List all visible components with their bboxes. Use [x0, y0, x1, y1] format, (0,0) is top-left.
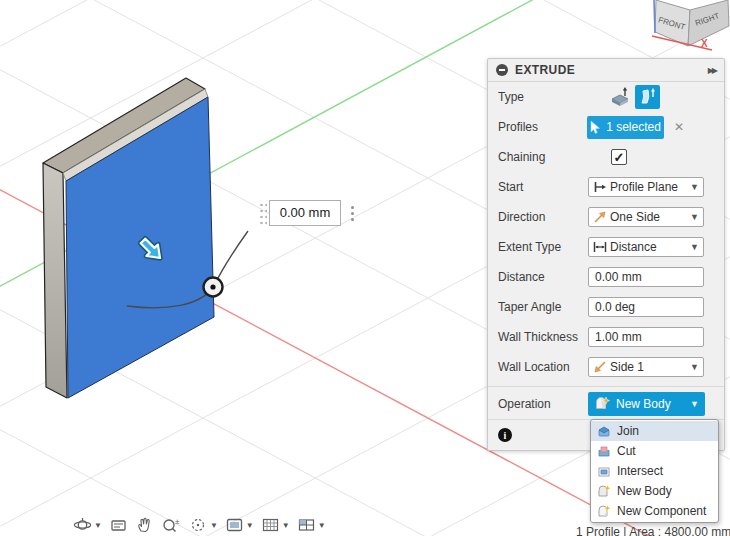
chaining-row: Chaining ✓ [488, 142, 724, 172]
cursor-icon [590, 121, 601, 134]
viewcube-x-axis-label: X [701, 38, 708, 49]
wall-location-dropdown[interactable]: Side 1 ▼ [588, 357, 704, 377]
distance-input[interactable]: 0.00 mm [588, 267, 704, 287]
wall-location-value: Side 1 [607, 360, 690, 374]
look-at-icon [109, 516, 128, 534]
profiles-label: Profiles [488, 120, 588, 134]
new-body-icon [594, 396, 610, 412]
chevron-down-icon: ▼ [282, 521, 290, 530]
chevron-down-icon: ▼ [94, 521, 102, 530]
pan-button[interactable] [134, 515, 155, 535]
solid-extrude-icon [609, 86, 631, 108]
taper-angle-input[interactable]: 0.0 deg [588, 297, 704, 317]
new-body-icon [597, 484, 611, 498]
dimension-input-group: 0.00 mm [258, 200, 356, 226]
menu-item-join[interactable]: Join [591, 421, 718, 441]
chevron-down-icon: ▼ [690, 182, 699, 192]
wall-thickness-input[interactable]: 1.00 mm [588, 327, 704, 347]
taper-angle-label: Taper Angle [488, 300, 588, 314]
chevron-down-icon: ▼ [318, 521, 326, 530]
wall-thickness-label: Wall Thickness [488, 330, 588, 344]
operation-dropdown[interactable]: New Body ▼ [588, 392, 705, 416]
selection-status-text: 1 Profile | Area : 4800.00 mm^2 [576, 525, 730, 536]
direction-value: One Side [607, 210, 690, 224]
fusion360-canvas: { "colors": { "accent": "#0f9ad6", "body… [0, 0, 730, 536]
extent-type-label: Extent Type [488, 240, 588, 254]
menu-item-label: Intersect [617, 464, 663, 478]
start-label: Start [488, 180, 588, 194]
extrude-type-thin-button[interactable] [635, 85, 660, 109]
profile-plane-icon [593, 181, 607, 193]
svg-text:±: ± [175, 517, 180, 526]
chevron-down-icon: ▼ [690, 362, 699, 372]
viewcube[interactable]: FRONT RIGHT X [644, 0, 730, 60]
direction-label: Direction [488, 210, 588, 224]
new-component-icon [597, 504, 611, 518]
menu-item-label: Join [617, 424, 639, 438]
body-left-face[interactable] [43, 163, 67, 398]
fit-icon [189, 516, 208, 534]
operation-value: New Body [616, 397, 684, 411]
grid-snaps-button[interactable]: ▼ [260, 515, 291, 535]
menu-item-cut[interactable]: Cut [591, 441, 718, 461]
distance-extent-icon [593, 241, 607, 253]
profiles-selected-count: 1 selected [606, 120, 661, 134]
chaining-label: Chaining [488, 150, 588, 164]
cut-icon [597, 444, 611, 458]
extent-type-dropdown[interactable]: Distance ▼ [588, 237, 704, 257]
dialog-title: EXTRUDE [515, 63, 708, 77]
dock-panel-icon[interactable]: ▶▶ [708, 66, 716, 75]
menu-item-label: New Body [617, 484, 672, 498]
chaining-checkbox[interactable]: ✓ [611, 149, 627, 165]
orbit-button[interactable]: ▼ [72, 515, 103, 535]
clear-selection-icon[interactable]: ✕ [672, 120, 686, 134]
start-row: Start Profile Plane ▼ [488, 172, 724, 202]
distance-row: Distance 0.00 mm [488, 262, 724, 292]
menu-item-label: Cut [617, 444, 636, 458]
profiles-row: Profiles 1 selected ✕ [488, 112, 724, 142]
dialog-header[interactable]: EXTRUDE ▶▶ [488, 59, 724, 82]
extrude-dialog: EXTRUDE ▶▶ Type [487, 58, 725, 451]
orbit-icon [73, 516, 92, 534]
chevron-down-icon: ▼ [210, 521, 218, 530]
distance-dimension-input[interactable]: 0.00 mm [269, 200, 341, 226]
zoom-button[interactable]: ± [160, 515, 183, 535]
dimension-options-icon[interactable] [349, 204, 356, 223]
chevron-down-icon: ▼ [690, 242, 699, 252]
grid-icon [261, 516, 280, 534]
extrude-type-solid-button[interactable] [607, 85, 632, 109]
menu-item-intersect[interactable]: Intersect [591, 461, 718, 481]
operation-row: Operation New Body ▼ [488, 389, 724, 419]
extent-type-value: Distance [607, 240, 690, 254]
join-icon [597, 424, 611, 438]
operation-label: Operation [488, 397, 588, 411]
taper-angle-row: Taper Angle 0.0 deg [488, 292, 724, 322]
start-value: Profile Plane [607, 180, 690, 194]
viewports-icon [297, 516, 316, 534]
info-icon[interactable]: i [498, 428, 512, 442]
pan-hand-icon [135, 516, 154, 534]
display-settings-button[interactable]: ▼ [224, 515, 255, 535]
operation-menu: Join Cut Intersect New Body New Componen… [590, 419, 719, 523]
direction-row: Direction One Side ▼ [488, 202, 724, 232]
start-dropdown[interactable]: Profile Plane ▼ [588, 177, 704, 197]
rotate-manipulator-handle[interactable] [204, 278, 223, 297]
direction-dropdown[interactable]: One Side ▼ [588, 207, 704, 227]
divider [488, 386, 724, 387]
fit-button[interactable]: ▼ [188, 515, 219, 535]
look-at-button[interactable] [108, 515, 129, 535]
type-row: Type [488, 82, 724, 112]
collapse-icon[interactable] [496, 64, 508, 76]
drag-handle-icon[interactable] [258, 200, 267, 226]
menu-item-new-body[interactable]: New Body [591, 481, 718, 501]
extruded-body[interactable] [43, 78, 214, 398]
wall-location-row: Wall Location Side 1 ▼ [488, 352, 724, 382]
viewports-button[interactable]: ▼ [296, 515, 327, 535]
menu-item-new-component[interactable]: New Component [591, 501, 718, 521]
chevron-down-icon: ▼ [690, 399, 699, 409]
one-side-icon [593, 211, 607, 223]
display-settings-icon [225, 516, 244, 534]
side1-icon [593, 361, 607, 373]
distance-label: Distance [488, 270, 588, 284]
profiles-selected-button[interactable]: 1 selected [587, 116, 664, 139]
